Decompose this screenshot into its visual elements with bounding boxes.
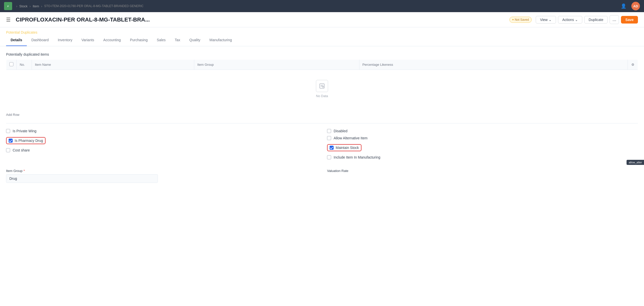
- tab-variants[interactable]: Variants: [77, 34, 99, 46]
- right-checkboxes: Disabled Allow Alternative Item Maintain…: [327, 127, 638, 161]
- actions-chevron-icon: ⌄: [575, 18, 578, 22]
- tab-sales[interactable]: Sales: [152, 34, 170, 46]
- item-group-field: Item Group *: [6, 169, 317, 183]
- field-maintain-stock: Maintain Stock: [327, 143, 638, 153]
- maintain-stock-highlight: Maintain Stock: [327, 144, 361, 151]
- form-container: Potential Duplicates Details Dashboard I…: [0, 27, 644, 306]
- status-dot: •: [512, 17, 514, 22]
- no-data-row: No Data: [6, 70, 638, 108]
- col-no: No.: [17, 60, 32, 70]
- is-pharmacy-drug-highlight: Is Pharmacy Drug: [6, 137, 46, 144]
- tab-quality[interactable]: Quality: [185, 34, 205, 46]
- warning-text: Potential Duplicates: [6, 30, 37, 34]
- field-disabled: Disabled: [327, 127, 638, 135]
- left-checkboxes: Is Private Wing Is Pharmacy Drug Cost sh…: [6, 127, 317, 161]
- topbar: F › Stock › Item › STO-ITEM-2020-01780-P…: [0, 0, 644, 12]
- is-private-wing-checkbox[interactable]: [6, 129, 10, 133]
- col-percentage: Percentage Likeness: [359, 60, 628, 70]
- tab-accounting[interactable]: Accounting: [99, 34, 125, 46]
- duplicates-section-title: Potentially duplicated items: [6, 52, 638, 56]
- tab-inventory[interactable]: Inventory: [53, 34, 77, 46]
- bottom-fields-grid: Item Group * Valuation Rate: [6, 165, 638, 183]
- svg-point-5: [323, 86, 324, 87]
- header-actions: View ⌄ Actions ⌄ Duplicate ... Save: [536, 15, 638, 24]
- save-button[interactable]: Save: [621, 16, 638, 24]
- maintain-stock-label: Maintain Stock: [336, 146, 359, 150]
- more-button[interactable]: ...: [610, 15, 619, 24]
- field-include-item-in-manufacturing: Include Item In Manufacturing: [327, 154, 638, 161]
- allow-alternative-item-label: Allow Alternative Item: [334, 136, 368, 140]
- potential-duplicates-warning: Potential Duplicates: [0, 27, 644, 34]
- include-item-in-manufacturing-checkbox[interactable]: [327, 155, 331, 159]
- is-pharmacy-drug-checkbox[interactable]: [9, 139, 13, 143]
- is-private-wing-label: Is Private Wing: [13, 129, 36, 133]
- field-cost-share: Cost share: [6, 147, 317, 154]
- page-title: CIPROFLOXACIN-PER ORAL-8-MG-TABLET-BRA..…: [16, 16, 505, 23]
- view-chevron-icon: ⌄: [549, 18, 552, 22]
- form-body: Potentially duplicated items No. Item Na…: [0, 46, 644, 193]
- no-data-text: No Data: [316, 94, 328, 98]
- section-divider: [6, 123, 638, 123]
- duplicates-table: No. Item Name Item Group Percentage Like…: [6, 59, 638, 108]
- tabs-bar: Details Dashboard Inventory Variants Acc…: [0, 34, 644, 46]
- tab-manufacturing[interactable]: Manufacturing: [205, 34, 237, 46]
- app-logo[interactable]: F: [4, 2, 12, 10]
- field-is-private-wing: Is Private Wing: [6, 127, 317, 135]
- breadcrumb-current: STO-ITEM-2020-01780-PER ORAL-8-MG-TABLET…: [44, 4, 143, 8]
- disabled-checkbox[interactable]: [327, 129, 331, 133]
- view-button[interactable]: View ⌄: [536, 16, 556, 24]
- include-item-in-manufacturing-label: Include Item In Manufacturing: [334, 155, 380, 159]
- breadcrumb-arrow-2: ›: [30, 4, 31, 8]
- add-row-link[interactable]: Add Row: [6, 110, 19, 119]
- valuation-rate-label: Valuation Rate: [327, 169, 638, 173]
- user-icon[interactable]: 👤: [621, 3, 626, 9]
- required-indicator: *: [24, 169, 25, 173]
- disabled-label: Disabled: [334, 129, 347, 133]
- duplicate-button[interactable]: Duplicate: [584, 16, 608, 24]
- actions-button[interactable]: Actions ⌄: [558, 16, 582, 24]
- col-item-group: Item Group: [194, 60, 359, 70]
- svg-text:F: F: [7, 5, 9, 8]
- select-all-checkbox[interactable]: [9, 62, 13, 66]
- breadcrumb-stock[interactable]: Stock: [19, 4, 28, 8]
- allow-alternative-item-checkbox[interactable]: [327, 136, 331, 140]
- breadcrumb-item[interactable]: Item: [33, 4, 39, 8]
- user-avatar[interactable]: AD: [631, 2, 640, 10]
- valuation-rate-field: Valuation Rate: [327, 169, 638, 183]
- item-group-input[interactable]: [6, 174, 158, 183]
- breadcrumb-arrow-3: ›: [41, 4, 42, 8]
- tab-details[interactable]: Details: [6, 34, 27, 46]
- status-text: Not Saved: [515, 18, 529, 21]
- tab-purchasing[interactable]: Purchasing: [125, 34, 152, 46]
- col-item-name: Item Name: [32, 60, 194, 70]
- field-is-pharmacy-drug: Is Pharmacy Drug: [6, 136, 317, 146]
- field-allow-alternative-item: Allow Alternative Item: [327, 135, 638, 142]
- table-settings-icon[interactable]: ⚙: [631, 63, 634, 67]
- breadcrumb-arrow-1: ›: [16, 4, 17, 8]
- is-pharmacy-drug-label: Is Pharmacy Drug: [15, 139, 43, 143]
- item-group-label: Item Group *: [6, 169, 317, 173]
- cost-share-checkbox[interactable]: [6, 148, 10, 152]
- tab-dashboard[interactable]: Dashboard: [27, 34, 53, 46]
- hamburger-menu[interactable]: ☰: [6, 17, 11, 23]
- fields-grid: Is Private Wing Is Pharmacy Drug Cost sh…: [6, 127, 638, 161]
- svg-rect-2: [320, 84, 324, 88]
- maintain-stock-checkbox[interactable]: [330, 146, 334, 150]
- main-header: ☰ CIPROFLOXACIN-PER ORAL-8-MG-TABLET-BRA…: [0, 12, 644, 27]
- cost-share-label: Cost share: [13, 148, 30, 152]
- status-badge: • Not Saved: [509, 17, 532, 23]
- tab-tax[interactable]: Tax: [170, 34, 185, 46]
- allow-alter-tooltip: allow_alter: [627, 160, 644, 165]
- no-data-icon: [316, 80, 328, 92]
